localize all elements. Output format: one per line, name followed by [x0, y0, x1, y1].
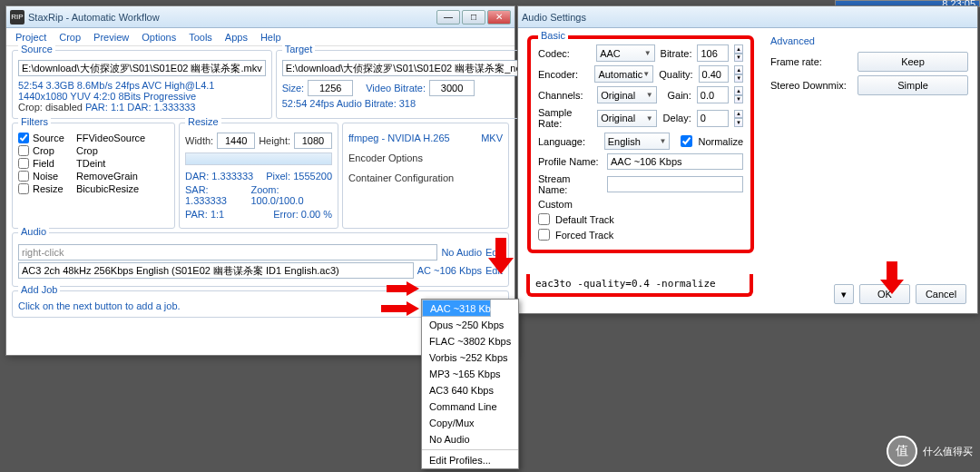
source-info1: 52:54 3.3GB 8.6Mb/s 24fps AVC High@L4.1 [18, 80, 266, 91]
annotation-arrow-icon [387, 281, 421, 296]
codec-select[interactable]: AAC▼ [596, 44, 654, 62]
quality-input[interactable]: 0.40 [699, 65, 730, 83]
menu-options[interactable]: Options [142, 32, 176, 43]
bitrate-input[interactable]: 106 [697, 44, 729, 62]
filter-row[interactable]: CropCrop [18, 145, 169, 156]
main-menubar: Project Crop Preview Options Tools Apps … [6, 28, 514, 46]
basic-group: Codec:AAC▼Bitrate:106▲▼ Encoder:Automati… [527, 35, 754, 253]
menu-dropdown-button[interactable]: ▾ [834, 284, 854, 304]
dropdown-edit-profiles[interactable]: Edit Profiles... [422, 452, 518, 468]
filter-checkbox[interactable] [18, 158, 29, 169]
annotation-arrow-icon [880, 261, 904, 296]
streamname-input[interactable] [607, 176, 743, 192]
bitrate-spinner[interactable]: ▲▼ [734, 44, 743, 62]
source-path[interactable]: E:\download\大侦探波罗\S01\S01E02 幽巷谋杀案.mkv [18, 60, 266, 76]
channels-select[interactable]: Original▼ [597, 86, 656, 103]
advanced-group: Advanced Frame rate:Keep Stereo Downmix:… [770, 35, 968, 253]
language-select[interactable]: English▼ [604, 133, 671, 150]
menu-crop[interactable]: Crop [59, 32, 81, 43]
source-info2: 1440x1080 YUV 4:2:0 8Bits Progressive [18, 91, 266, 102]
dropdown-item[interactable]: FLAC ~3802 Kbps [422, 333, 518, 349]
defaulttrack-checkbox[interactable] [538, 213, 550, 225]
dropdown-item[interactable]: MP3 ~165 Kbps [422, 366, 518, 382]
filters-group: Filters SourceFFVideoSourceCropCropField… [12, 123, 175, 229]
filter-row[interactable]: SourceFFVideoSource [18, 133, 169, 143]
audio-settings-window: Audio Settings Codec:AAC▼Bitrate:106▲▼ E… [517, 5, 978, 314]
delay-spinner[interactable]: ▲▼ [734, 110, 743, 127]
encoder-select[interactable]: Automatic▼ [594, 65, 653, 83]
audio-title: Audio Settings [522, 12, 974, 23]
close-button[interactable]: ✕ [487, 10, 511, 25]
encoder-link[interactable]: ffmpeg - NVIDIA H.265 [348, 133, 450, 143]
resize-width[interactable]: 1440 [217, 133, 255, 149]
filter-row[interactable]: FieldTDeint [18, 158, 169, 169]
dropdown-item[interactable]: Opus ~250 Kbps [422, 317, 518, 333]
dropdown-item[interactable]: AAC ~318 Kbps [422, 300, 491, 317]
target-info: 52:54 24fps Audio Bitrate: 318 [282, 98, 553, 109]
target-path[interactable]: E:\download\大侦探波罗\S01\S01E02 幽巷谋杀案_new.m… [282, 60, 553, 76]
menu-project[interactable]: Project [15, 32, 46, 43]
normalize-checkbox[interactable] [681, 135, 692, 147]
dropdown-item[interactable]: Copy/Mux [422, 415, 518, 431]
source-group: Source E:\download\大侦探波罗\S01\S01E02 幽巷谋杀… [12, 50, 272, 119]
filter-checkbox[interactable] [18, 145, 29, 156]
filter-row[interactable]: NoiseRemoveGrain [18, 171, 169, 182]
audio-row2-encoder[interactable]: AC ~106 Kbps [417, 265, 482, 276]
filter-checkbox[interactable] [18, 171, 29, 182]
dropdown-item[interactable]: No Audio [422, 431, 518, 447]
profilename-input[interactable]: AAC ~106 Kbps [607, 153, 743, 170]
commandline[interactable]: eac3to -quality=0.4 -normalize [526, 274, 753, 297]
container-config[interactable]: Container Configuration [348, 172, 503, 183]
minimize-button[interactable]: — [436, 10, 460, 25]
menu-help[interactable]: Help [260, 32, 281, 43]
gain-spinner[interactable]: ▲▼ [734, 86, 743, 103]
filter-row[interactable]: ResizeBicubicResize [18, 183, 169, 194]
resize-slider[interactable] [185, 152, 332, 165]
filter-checkbox[interactable] [18, 183, 29, 194]
dropdown-item[interactable]: Command Line [422, 398, 518, 415]
menu-tools[interactable]: Tools [189, 32, 212, 43]
main-titlebar[interactable]: RIP StaxRip - Automatic Workflow — □ ✕ [6, 6, 514, 28]
resize-group: Resize Width: 1440 Height: 1080 DAR: 1.3… [179, 123, 338, 229]
app-icon: RIP [10, 10, 24, 25]
annotation-arrow-icon [381, 301, 421, 316]
menu-preview[interactable]: Preview [93, 32, 129, 43]
audio-titlebar[interactable]: Audio Settings [518, 6, 977, 28]
samplerate-select[interactable]: Original▼ [597, 110, 656, 127]
resize-height[interactable]: 1080 [294, 133, 332, 149]
framerate-button[interactable]: Keep [858, 52, 968, 72]
dropdown-item[interactable]: AC3 640 Kbps [422, 382, 518, 398]
target-size[interactable]: 1256 [308, 80, 353, 96]
delay-input[interactable]: 0 [697, 110, 729, 127]
maximize-button[interactable]: □ [462, 10, 485, 25]
audio-profile-dropdown: AAC ~318 Kbps Opus ~250 Kbps FLAC ~3802 … [421, 299, 519, 469]
addjob-hint: Click on the next button to add a job. [18, 300, 181, 311]
main-title: StaxRip - Automatic Workflow [28, 12, 436, 23]
dropdown-item[interactable]: Vorbis ~252 Kbps [422, 349, 518, 366]
encoder-options[interactable]: Encoder Options [348, 152, 503, 163]
watermark-icon: 值 [887, 436, 917, 467]
audio-row2-input[interactable]: AC3 2ch 48kHz 256Kbps English (S01E02 幽巷… [18, 262, 414, 279]
quality-spinner[interactable]: ▲▼ [734, 65, 743, 83]
target-vbitrate[interactable]: 3000 [429, 80, 475, 96]
encoder-group: ffmpeg - NVIDIA H.265MKV Encoder Options… [342, 123, 509, 229]
audio-row1-noaudio[interactable]: No Audio [441, 247, 482, 258]
gain-input[interactable]: 0.0 [697, 86, 729, 103]
audio-group: Audio right-click No Audio Edit AC3 2ch … [12, 232, 509, 287]
audio-row1-input[interactable]: right-click [18, 244, 437, 261]
watermark: 值 什么值得买 [887, 436, 973, 467]
forcedtrack-checkbox[interactable] [538, 229, 550, 241]
container-link[interactable]: MKV [481, 133, 503, 143]
filter-checkbox[interactable] [18, 133, 29, 143]
menu-apps[interactable]: Apps [225, 32, 248, 43]
downmix-button[interactable]: Simple [858, 75, 968, 95]
annotation-arrow-icon [488, 238, 514, 276]
cancel-button[interactable]: Cancel [916, 284, 966, 304]
